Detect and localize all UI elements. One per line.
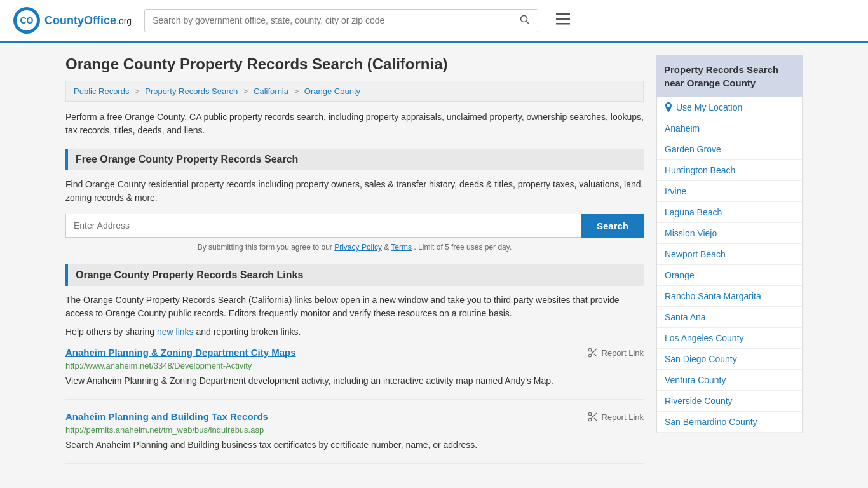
- sidebar-item[interactable]: Orange: [657, 265, 802, 286]
- header: CO CountyOffice.org: [0, 0, 868, 43]
- sidebar-item[interactable]: Anaheim: [657, 118, 802, 139]
- privacy-policy-link[interactable]: Privacy Policy: [334, 243, 382, 252]
- link-item-desc: View Anaheim Planning & Zoning Departmen…: [65, 374, 644, 388]
- use-my-location-label: Use My Location: [676, 102, 742, 112]
- header-search-button[interactable]: [512, 10, 538, 32]
- svg-point-8: [588, 348, 592, 351]
- link-item: Anaheim Planning and Building Tax Record…: [65, 411, 644, 464]
- svg-line-11: [593, 354, 596, 356]
- link-item-url[interactable]: http://permits.anaheim.net/tm_web/bus/in…: [65, 425, 644, 435]
- svg-rect-5: [556, 13, 570, 15]
- sidebar-item[interactable]: Ventura County: [657, 370, 802, 391]
- search-button[interactable]: Search: [581, 214, 644, 238]
- link-item-title[interactable]: Anaheim Planning & Zoning Department Cit…: [65, 347, 296, 358]
- breadcrumb-sep-2: >: [243, 86, 250, 96]
- breadcrumb-california[interactable]: California: [254, 86, 288, 96]
- link-item-header: Anaheim Planning and Building Tax Record…: [65, 411, 644, 423]
- address-form: Search: [65, 214, 644, 238]
- svg-point-13: [588, 412, 592, 416]
- svg-point-9: [588, 354, 592, 357]
- sidebar-item[interactable]: Laguna Beach: [657, 202, 802, 223]
- share-links: Help others by sharing new links and rep…: [65, 327, 644, 337]
- sidebar-link[interactable]: Garden Grove: [665, 144, 721, 154]
- sidebar-item[interactable]: Newport Beach: [657, 244, 802, 265]
- sidebar-item[interactable]: Santa Ana: [657, 307, 802, 328]
- breadcrumb-sep-1: >: [135, 86, 142, 96]
- breadcrumb-sep-3: >: [294, 86, 301, 96]
- breadcrumb-property-records[interactable]: Property Records Search: [145, 86, 238, 96]
- header-search-input[interactable]: [145, 10, 512, 30]
- sidebar-item[interactable]: San Diego County: [657, 349, 802, 370]
- svg-rect-7: [556, 23, 570, 25]
- menu-button[interactable]: [551, 10, 575, 31]
- breadcrumb-public-records[interactable]: Public Records: [74, 86, 129, 96]
- free-search-heading: Free Orange County Property Records Sear…: [65, 149, 644, 170]
- sidebar-item[interactable]: San Bernardino County: [657, 412, 802, 433]
- sidebar-link[interactable]: Ventura County: [665, 375, 726, 385]
- link-item-title[interactable]: Anaheim Planning and Building Tax Record…: [65, 411, 268, 422]
- sidebar: Property Records Search near Orange Coun…: [656, 55, 803, 477]
- svg-line-4: [527, 21, 530, 24]
- free-search-section: Free Orange County Property Records Sear…: [65, 149, 644, 252]
- main-layout: Orange County Property Records Search (C…: [53, 43, 815, 488]
- report-link-button[interactable]: Report Link: [587, 411, 644, 423]
- use-my-location[interactable]: Use My Location: [657, 97, 802, 118]
- logo-text: CountyOffice.org: [44, 14, 132, 27]
- sidebar-item[interactable]: Huntington Beach: [657, 160, 802, 181]
- link-item-desc: Search Anaheim Planning and Building bus…: [65, 438, 644, 452]
- header-search-bar: [144, 9, 538, 32]
- hamburger-icon: [556, 13, 570, 25]
- sidebar-link[interactable]: Laguna Beach: [665, 207, 722, 217]
- link-item: Anaheim Planning & Zoning Department Cit…: [65, 347, 644, 400]
- new-links-link[interactable]: new links: [157, 327, 194, 337]
- sidebar-link[interactable]: Los Angeles County: [665, 333, 744, 343]
- scissors-icon: [587, 347, 599, 358]
- page-description: Perform a free Orange County, CA public …: [65, 111, 644, 137]
- scissors-icon: [587, 411, 599, 423]
- sidebar-link[interactable]: Newport Beach: [665, 249, 726, 259]
- sidebar-link[interactable]: Santa Ana: [665, 312, 706, 322]
- sidebar-link[interactable]: Riverside County: [665, 396, 733, 406]
- search-icon: [520, 15, 530, 25]
- links-description: The Orange County Property Records Searc…: [65, 294, 644, 320]
- svg-rect-6: [556, 18, 570, 20]
- sidebar-item[interactable]: Rancho Santa Margarita: [657, 286, 802, 307]
- search-description: Find Orange County residential property …: [65, 178, 644, 205]
- sidebar-item[interactable]: Riverside County: [657, 391, 802, 412]
- sidebar-list: Use My Location Anaheim Garden Grove Hun…: [656, 97, 803, 433]
- address-input[interactable]: [65, 214, 581, 238]
- sidebar-link[interactable]: San Diego County: [665, 354, 737, 364]
- svg-line-16: [593, 418, 596, 421]
- sidebar-item[interactable]: Irvine: [657, 181, 802, 202]
- sidebar-title: Property Records Search near Orange Coun…: [656, 55, 803, 97]
- sidebar-item[interactable]: Garden Grove: [657, 139, 802, 160]
- svg-line-17: [591, 415, 593, 417]
- links-section: Orange County Property Records Search Li…: [65, 264, 644, 464]
- svg-text:CO: CO: [20, 15, 34, 25]
- link-item-url[interactable]: http://www.anaheim.net/3348/Development-…: [65, 361, 644, 370]
- location-pin-icon: [665, 102, 672, 112]
- sidebar-link[interactable]: Irvine: [665, 186, 686, 196]
- logo[interactable]: CO CountyOffice.org: [13, 6, 132, 34]
- terms-link[interactable]: Terms: [391, 243, 412, 252]
- svg-point-3: [521, 15, 527, 22]
- logo-icon: CO: [13, 6, 41, 34]
- sidebar-link[interactable]: Huntington Beach: [665, 165, 735, 175]
- sidebar-link[interactable]: Rancho Santa Margarita: [665, 291, 761, 301]
- link-item-header: Anaheim Planning & Zoning Department Cit…: [65, 347, 644, 358]
- svg-line-12: [591, 351, 593, 353]
- breadcrumb-orange-county[interactable]: Orange County: [304, 86, 360, 96]
- content-area: Orange County Property Records Search (C…: [65, 55, 644, 477]
- sidebar-link[interactable]: Orange: [665, 270, 695, 280]
- sidebar-item[interactable]: Los Angeles County: [657, 328, 802, 349]
- report-link-button[interactable]: Report Link: [587, 347, 644, 358]
- sidebar-link[interactable]: San Bernardino County: [665, 417, 757, 427]
- links-heading: Orange County Property Records Search Li…: [65, 264, 644, 286]
- sidebar-item[interactable]: Mission Viejo: [657, 223, 802, 244]
- breadcrumb: Public Records > Property Records Search…: [65, 81, 644, 102]
- svg-point-14: [588, 418, 592, 421]
- form-disclaimer: By submitting this form you agree to our…: [65, 243, 644, 252]
- sidebar-link[interactable]: Anaheim: [665, 123, 700, 133]
- page-title: Orange County Property Records Search (C…: [65, 55, 644, 73]
- sidebar-link[interactable]: Mission Viejo: [665, 228, 717, 238]
